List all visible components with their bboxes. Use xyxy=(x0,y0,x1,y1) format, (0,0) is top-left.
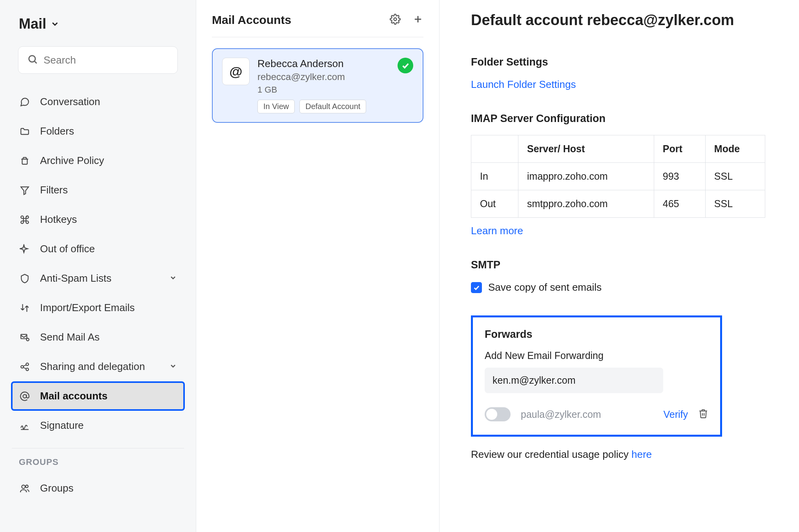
settings-button[interactable] xyxy=(390,14,401,26)
imap-table: Server/ Host Port Mode In imappro.zoho.c… xyxy=(471,135,765,218)
divider xyxy=(12,448,184,448)
sidebar-item-groups[interactable]: Groups xyxy=(12,474,184,502)
account-name: Rebecca Anderson xyxy=(257,58,390,70)
forward-toggle[interactable] xyxy=(485,407,511,421)
forwards-heading: Forwards xyxy=(485,328,708,341)
imap-heading: IMAP Server Configuration xyxy=(471,113,768,125)
account-avatar: @ xyxy=(222,58,250,85)
svg-point-7 xyxy=(26,368,29,371)
sidebar-item-label: Folders xyxy=(40,125,74,137)
sidebar-title: Mail xyxy=(19,16,46,32)
sidebar-item-signature[interactable]: Signature xyxy=(12,412,184,439)
sidebar-item-folders[interactable]: Folders xyxy=(12,117,184,145)
pending-forward-email: paula@zylker.com xyxy=(521,409,653,420)
sidebar-item-out-of-office[interactable]: Out of office xyxy=(12,235,184,263)
add-forwarding-label: Add New Email Forwarding xyxy=(485,350,708,361)
account-card[interactable]: @ Rebecca Anderson rebecca@zylker.com 1 … xyxy=(212,48,423,123)
sidebar-item-label: Send Mail As xyxy=(40,331,100,343)
badge-in-view: In View xyxy=(257,100,295,113)
sidebar-item-label: Import/Export Emails xyxy=(40,302,135,314)
policy-link[interactable]: here xyxy=(631,448,652,461)
search-icon xyxy=(27,54,38,66)
chevron-down-icon xyxy=(50,16,60,32)
sidebar-item-sharing[interactable]: Sharing and delegation xyxy=(12,353,184,381)
share-icon xyxy=(19,362,31,372)
cell-host: imappro.zoho.com xyxy=(518,163,654,190)
new-forward-input[interactable] xyxy=(485,368,663,393)
forwards-section: Forwards Add New Email Forwarding paula@… xyxy=(471,315,722,437)
send-as-icon xyxy=(19,332,31,343)
accounts-column: Mail Accounts @ Rebecca Anderson rebecca… xyxy=(196,0,440,532)
detail-title: Default account rebecca@zylker.com xyxy=(471,12,768,29)
cell-port: 465 xyxy=(654,190,705,218)
svg-point-0 xyxy=(29,56,35,62)
sidebar-item-label: Out of office xyxy=(40,243,95,255)
smtp-heading: SMTP xyxy=(471,259,768,271)
policy-text: Review our credential usage policy xyxy=(471,448,631,460)
filter-icon xyxy=(19,185,31,195)
badge-default-account: Default Account xyxy=(299,100,366,113)
sidebar: Mail Conversation Folders Archive Policy… xyxy=(0,0,196,532)
sidebar-item-conversation[interactable]: Conversation xyxy=(12,88,184,116)
shield-icon xyxy=(19,273,31,284)
policy-line: Review our credential usage policy here xyxy=(471,448,768,461)
svg-point-13 xyxy=(26,485,28,488)
delete-forward-button[interactable] xyxy=(698,408,708,420)
plane-icon xyxy=(19,244,31,254)
check-icon xyxy=(398,58,413,73)
save-copy-checkbox[interactable] xyxy=(471,282,482,293)
search-input[interactable] xyxy=(44,54,169,66)
add-account-button[interactable] xyxy=(412,14,423,26)
sidebar-item-import-export[interactable]: Import/Export Emails xyxy=(12,294,184,322)
table-row: Out smtppro.zoho.com 465 SSL xyxy=(471,190,765,218)
accounts-title: Mail Accounts xyxy=(212,13,291,27)
detail-panel: Default account rebecca@zylker.com Folde… xyxy=(440,0,799,532)
sidebar-item-label: Groups xyxy=(40,482,73,494)
sidebar-title-dropdown[interactable]: Mail xyxy=(19,16,184,32)
cell-mode: SSL xyxy=(705,190,765,218)
sidebar-item-label: Mail accounts xyxy=(40,390,108,402)
sidebar-item-anti-spam[interactable]: Anti-Spam Lists xyxy=(12,264,184,292)
table-row: In imappro.zoho.com 993 SSL xyxy=(471,163,765,190)
chat-icon xyxy=(19,97,31,107)
save-copy-label: Save copy of sent emails xyxy=(488,281,602,293)
cell-dir: Out xyxy=(471,190,518,218)
sidebar-item-label: Archive Policy xyxy=(40,155,104,167)
cell-mode: SSL xyxy=(705,163,765,190)
svg-rect-3 xyxy=(21,334,27,339)
account-email: rebecca@zylker.com xyxy=(257,71,390,82)
cell-port: 993 xyxy=(654,163,705,190)
sidebar-item-hotkeys[interactable]: Hotkeys xyxy=(12,206,184,233)
search-box[interactable] xyxy=(18,46,178,74)
th-mode: Mode xyxy=(705,135,765,163)
svg-point-10 xyxy=(23,394,27,398)
th-blank xyxy=(471,135,518,163)
learn-more-link[interactable]: Learn more xyxy=(471,225,523,237)
folder-settings-heading: Folder Settings xyxy=(471,56,768,68)
account-size: 1 GB xyxy=(257,85,390,95)
svg-line-9 xyxy=(23,367,26,368)
svg-marker-2 xyxy=(21,187,29,195)
sidebar-item-label: Anti-Spam Lists xyxy=(40,272,111,284)
at-icon xyxy=(19,391,31,401)
sidebar-item-label: Sharing and delegation xyxy=(40,361,145,373)
sidebar-item-archive-policy[interactable]: Archive Policy xyxy=(12,147,184,175)
svg-point-6 xyxy=(26,363,29,366)
sidebar-item-filters[interactable]: Filters xyxy=(12,176,184,204)
verify-button[interactable]: Verify xyxy=(663,409,688,420)
sidebar-item-send-mail-as[interactable]: Send Mail As xyxy=(12,323,184,351)
cell-dir: In xyxy=(471,163,518,190)
accounts-header: Mail Accounts xyxy=(212,13,423,37)
cell-host: smtppro.zoho.com xyxy=(518,190,654,218)
svg-point-12 xyxy=(22,485,25,488)
swap-icon xyxy=(19,303,31,313)
users-icon xyxy=(19,483,31,494)
svg-point-14 xyxy=(394,18,397,21)
sidebar-item-mail-accounts[interactable]: Mail accounts xyxy=(12,382,184,410)
svg-line-1 xyxy=(35,61,36,63)
sidebar-item-label: Signature xyxy=(40,419,84,432)
archive-icon xyxy=(19,156,31,166)
sidebar-nav: Conversation Folders Archive Policy Filt… xyxy=(12,88,184,441)
folder-icon xyxy=(19,126,31,137)
launch-folder-settings-link[interactable]: Launch Folder Settings xyxy=(471,78,576,91)
